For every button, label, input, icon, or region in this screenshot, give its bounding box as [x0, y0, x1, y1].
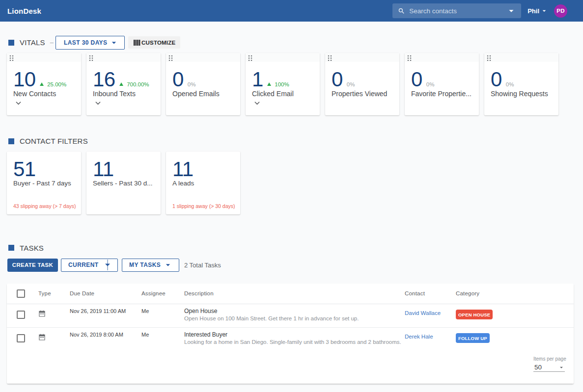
- tasks-actions: CREATE TASK CURRENT MY TASKS 2 Total Tas…: [7, 259, 583, 272]
- card-drag-strip: [86, 53, 161, 62]
- drag-handle-icon[interactable]: [407, 55, 412, 61]
- contact-filters-header: CONTACT FILTERS: [7, 137, 583, 145]
- search-placeholder: Search contacts: [409, 7, 506, 15]
- vital-trend: 100%: [267, 79, 289, 88]
- user-menu-caret-icon: [540, 7, 548, 15]
- total-tasks-count: 2 Total Tasks: [184, 261, 221, 269]
- row-contact-cell: Derek Hale: [405, 328, 456, 340]
- vital-trend: 25.00%: [40, 79, 66, 88]
- tasks-header: TASKS: [7, 244, 583, 252]
- col-header-contact: Contact: [405, 284, 456, 296]
- category-badge[interactable]: FOLLOW UP: [456, 333, 490, 343]
- task-scope-dropdown[interactable]: MY TASKS: [122, 259, 179, 272]
- vital-trend-pct: 0%: [347, 81, 355, 87]
- items-per-page-label: Items per page: [533, 356, 565, 362]
- contact-filter-card[interactable]: 11 A leads 1 slipping away (> 30 days): [166, 152, 240, 214]
- vital-value: 10: [13, 72, 36, 87]
- row-checkbox[interactable]: [17, 311, 25, 319]
- drag-handle-icon[interactable]: [168, 55, 173, 61]
- card-drag-strip: [246, 53, 320, 62]
- task-status-label: CURRENT: [68, 261, 98, 268]
- select-all-checkbox[interactable]: [17, 289, 25, 298]
- drag-handle-icon[interactable]: [89, 55, 93, 61]
- filter-count: 51: [13, 161, 81, 177]
- card-drag-strip: [325, 53, 399, 62]
- vital-trend: 0%: [506, 79, 514, 88]
- search-dropdown-caret-icon[interactable]: [506, 5, 517, 16]
- vital-value: 0: [491, 72, 502, 87]
- customize-columns-icon: [133, 39, 141, 47]
- task-description: Open House on 100 Main Street. Get there…: [184, 315, 405, 322]
- items-per-page-caret-icon: [558, 364, 565, 371]
- vital-label: New Contacts: [13, 90, 81, 98]
- row-select-cell: [7, 328, 38, 342]
- customize-button[interactable]: CUSTOMIZE: [128, 36, 180, 49]
- vitals-title: VITALS: [20, 38, 45, 47]
- contact-link[interactable]: Derek Hale: [405, 334, 433, 340]
- task-title: Interested Buyer: [184, 332, 405, 338]
- task-row[interactable]: Nov 26, 2019 8:00 AM Me Interested Buyer…: [7, 328, 574, 351]
- drag-handle-icon[interactable]: [9, 55, 14, 61]
- row-description-cell: Open House Open House on 100 Main Street…: [184, 304, 405, 322]
- vital-label: Favorite Propertie...: [411, 90, 479, 98]
- vital-trend-pct: 0%: [188, 81, 196, 87]
- row-due-date: Nov 26, 2019 11:00 AM: [70, 304, 141, 314]
- vital-card: 0 0% Favorite Propertie...: [405, 53, 479, 115]
- task-scope-label: MY TASKS: [129, 261, 161, 268]
- row-description-cell: Interested Buyer Looking for a home in S…: [184, 328, 405, 345]
- contact-filter-card[interactable]: 51 Buyer - Past 7 days 43 slipping away …: [7, 152, 81, 214]
- brand-logo[interactable]: LionDesk: [7, 7, 41, 15]
- drag-handle-icon[interactable]: [328, 55, 332, 61]
- row-assignee: Me: [141, 328, 184, 338]
- drag-handle-icon[interactable]: [248, 55, 252, 61]
- search-contacts-box[interactable]: Search contacts: [392, 3, 521, 18]
- col-header-description: Description: [184, 284, 405, 296]
- vital-label: Properties Viewed: [332, 90, 399, 98]
- tasks-table: Type Due Date Assignee Description Conta…: [7, 284, 574, 384]
- vitals-cards: 10 25.00% New Contacts 16 700.00%: [7, 53, 583, 115]
- row-type-cell: [38, 304, 70, 319]
- task-description: Looking for a home in San Diego. Single-…: [184, 339, 405, 345]
- vital-card: 10 25.00% New Contacts: [7, 53, 81, 115]
- vital-card: 0 0% Properties Viewed: [325, 53, 399, 115]
- card-drag-strip: [166, 53, 240, 62]
- row-category-cell: OPEN HOUSE: [456, 304, 574, 319]
- vital-card: 0 0% Showing Requests: [484, 53, 558, 115]
- vital-value: 1: [252, 72, 263, 87]
- task-scope-caret-icon: [163, 260, 173, 270]
- vitals-header: VITALS – LAST 30 DAYS CUSTOMIZE: [7, 35, 583, 50]
- items-per-page-select[interactable]: 50: [533, 364, 565, 372]
- contact-link[interactable]: David Wallace: [405, 310, 441, 316]
- contact-filter-card[interactable]: 11 Sellers - Past 30 d...: [86, 152, 161, 214]
- user-avatar[interactable]: PD: [554, 4, 567, 18]
- vital-label: Inbound Texts: [93, 90, 161, 98]
- category-badge[interactable]: OPEN HOUSE: [456, 310, 493, 319]
- vital-label: Showing Requests: [491, 90, 558, 98]
- expand-chevron-icon[interactable]: [254, 101, 260, 105]
- task-status-dropdown[interactable]: CURRENT: [61, 259, 118, 272]
- items-per-page: Items per page 50: [533, 356, 565, 372]
- trend-up-icon: [40, 82, 44, 86]
- date-range-label: LAST 30 DAYS: [64, 39, 107, 46]
- select-all-cell: [7, 284, 38, 298]
- card-drag-strip: [405, 53, 479, 62]
- search-icon: [398, 7, 405, 15]
- vital-value: 0: [411, 72, 422, 87]
- table-body: Nov 26, 2019 11:00 AM Me Open House Open…: [7, 304, 574, 351]
- user-menu[interactable]: Phil PD: [527, 4, 567, 18]
- row-due-date: Nov 26, 2019 8:00 AM: [70, 328, 141, 338]
- task-row[interactable]: Nov 26, 2019 11:00 AM Me Open House Open…: [7, 304, 574, 328]
- date-range-dropdown[interactable]: LAST 30 DAYS: [56, 36, 125, 50]
- vital-value: 16: [93, 72, 115, 87]
- drag-handle-icon[interactable]: [487, 55, 491, 61]
- vital-trend-pct: 0%: [506, 81, 514, 87]
- expand-chevron-icon[interactable]: [95, 101, 101, 105]
- col-header-due-date: Due Date: [70, 284, 141, 296]
- calendar-icon: [38, 334, 46, 341]
- row-checkbox[interactable]: [17, 334, 25, 342]
- tasks-title: TASKS: [20, 244, 44, 252]
- trend-up-icon: [267, 82, 271, 86]
- create-task-button[interactable]: CREATE TASK: [7, 259, 58, 272]
- expand-chevron-icon[interactable]: [16, 101, 21, 105]
- col-header-assignee: Assignee: [141, 284, 184, 296]
